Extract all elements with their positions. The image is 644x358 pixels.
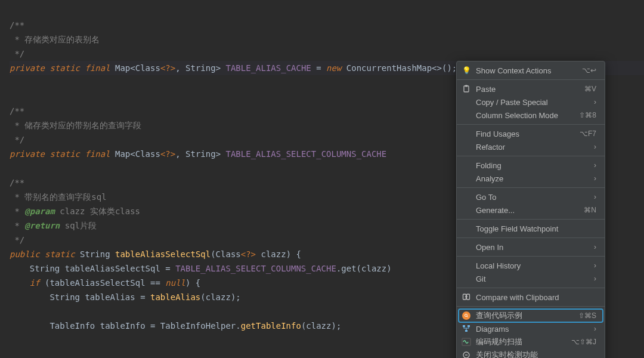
menu-generate[interactable]: Generate... ⌘N (457, 203, 605, 217)
clipboard-swap-icon (462, 292, 471, 302)
menu-paste[interactable]: Paste ⌘V (457, 82, 605, 95)
menu-copy-paste-special[interactable]: Copy / Paste Special › (457, 95, 605, 109)
chevron-right-icon: › (594, 325, 596, 333)
svg-rect-5 (463, 325, 465, 327)
menu-separator (457, 306, 605, 307)
javadoc-return-line: * @return sql片段 (10, 221, 97, 230)
menu-column-selection[interactable]: Column Selection Mode ⇧⌘8 (457, 109, 605, 122)
wave-icon (462, 337, 471, 347)
context-menu[interactable]: 💡 Show Context Actions ⌥↩ Paste ⌘V Copy … (456, 61, 605, 358)
blank-icon (462, 261, 471, 270)
comment-line: * 存储类对应的表别名 (10, 35, 100, 44)
menu-refactor[interactable]: Refactor › (457, 140, 605, 153)
blank-icon (462, 142, 471, 152)
blank-icon (462, 242, 471, 252)
svg-point-4 (465, 314, 467, 317)
svg-rect-1 (465, 85, 467, 87)
menu-separator (457, 237, 605, 238)
toggle-icon (462, 350, 471, 358)
lightbulb-icon: 💡 (462, 66, 471, 75)
comment-line: */ (10, 235, 24, 245)
menu-separator (457, 79, 605, 80)
menu-find-usages[interactable]: Find Usages ⌥F7 (457, 127, 605, 140)
comment-line: /** (10, 178, 24, 187)
code-line: String tableAlias = tableAlias(clazz); (10, 292, 241, 302)
blank-icon (462, 97, 471, 107)
field-declaration-line: private static final Map<Class<?>, Strin… (10, 149, 527, 159)
svg-rect-6 (467, 325, 470, 327)
blank-icon (462, 192, 471, 202)
comment-line: * 储存类对应的带别名的查询字段 (10, 121, 141, 130)
menu-code-scan[interactable]: 编码规约扫描 ⌥⇧⌘J (457, 335, 605, 348)
chevron-right-icon: › (594, 261, 596, 270)
menu-analyze[interactable]: Analyze › (457, 172, 605, 185)
menu-close-realtime-check[interactable]: 关闭实时检测功能 (457, 348, 605, 358)
blank-icon (462, 129, 471, 138)
code-line: TableInfo tableInfo = TableInfoHelper.ge… (10, 321, 341, 331)
method-signature-line: public static String tableAliasSelectSql… (10, 249, 301, 259)
menu-show-context-actions[interactable]: 💡 Show Context Actions ⌥↩ (457, 64, 605, 77)
blank-icon (462, 174, 471, 183)
menu-separator (457, 187, 605, 188)
orange-search-icon (462, 311, 471, 320)
blank-icon (462, 274, 471, 283)
comment-line: /** (10, 106, 24, 116)
comment-line: */ (10, 135, 24, 144)
menu-separator (457, 219, 605, 220)
blank-icon (462, 161, 471, 170)
menu-separator (457, 256, 605, 257)
chevron-right-icon: › (594, 161, 596, 169)
svg-rect-7 (465, 330, 467, 332)
chevron-right-icon: › (594, 243, 596, 251)
menu-diagrams[interactable]: Diagrams › (457, 322, 605, 335)
javadoc-param-line: * @param clazz 实体类class (10, 206, 140, 216)
menu-open-in[interactable]: Open In › (457, 240, 605, 254)
menu-query-code-example[interactable]: 查询代码示例 ⇧⌘S (459, 309, 603, 322)
menu-compare-clipboard[interactable]: Compare with Clipboard (457, 291, 605, 304)
menu-go-to[interactable]: Go To › (457, 190, 605, 203)
code-line: if (tableAliasSelectSql == null) { (10, 278, 200, 288)
chevron-right-icon: › (594, 98, 596, 106)
menu-git[interactable]: Git › (457, 272, 605, 285)
menu-local-history[interactable]: Local History › (457, 259, 605, 272)
blank-icon (462, 205, 471, 215)
menu-separator (457, 288, 605, 288)
paste-icon (462, 84, 471, 94)
comment-line: */ (10, 49, 24, 58)
comment-line: /** (10, 20, 24, 30)
code-line: String tableAliasSelectSql = TABLE_ALIAS… (10, 264, 392, 273)
blank-icon (462, 224, 471, 233)
chevron-right-icon: › (594, 193, 596, 201)
chevron-right-icon: › (594, 143, 596, 151)
menu-toggle-watchpoint[interactable]: Toggle Field Watchpoint (457, 222, 605, 235)
diagram-icon (462, 324, 471, 334)
menu-separator (457, 124, 605, 125)
chevron-right-icon: › (594, 274, 596, 283)
menu-folding[interactable]: Folding › (457, 159, 605, 172)
chevron-right-icon: › (594, 174, 596, 183)
menu-separator (457, 156, 605, 156)
blank-icon (462, 110, 471, 120)
comment-line: * 带别名的查询字段sql (10, 192, 107, 202)
